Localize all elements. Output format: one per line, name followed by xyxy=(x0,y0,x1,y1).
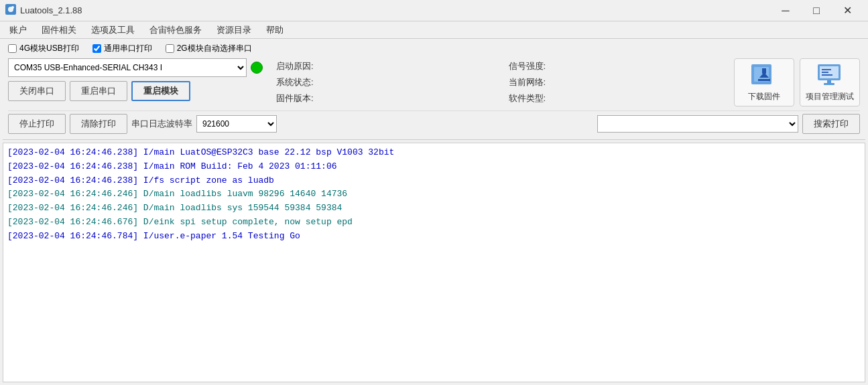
system-state-label: 系统状态: xyxy=(276,76,316,88)
signal-strength-row: 信号强度: xyxy=(509,60,715,72)
log-line: [2023-02-04 16:24:46.246] D/main loadlib… xyxy=(7,202,861,216)
clear-print-button[interactable]: 清除打印 xyxy=(70,114,127,134)
svg-rect-11 xyxy=(822,72,828,73)
log-line: [2023-02-04 16:24:46.238] I/main LuatOS@… xyxy=(7,146,861,160)
download-firmware-icon xyxy=(750,63,778,88)
project-manage-icon xyxy=(816,63,844,88)
restart-module-button[interactable]: 重启模块 xyxy=(131,81,190,101)
port-btn-row: 关闭串口 重启串口 重启模块 xyxy=(8,81,263,101)
usb4g-checkbox[interactable] xyxy=(8,44,17,53)
title-bar-left: Luatools_2.1.88 xyxy=(5,4,82,17)
project-manage-button[interactable]: 项目管理测试 xyxy=(800,58,860,106)
software-type-label: 软件类型: xyxy=(509,92,549,104)
checkbox-auto2g[interactable]: 2G模块自动选择串口 xyxy=(166,43,252,54)
action-panel: 下载固件 项目管理测试 xyxy=(727,58,860,106)
app-icon xyxy=(5,4,16,17)
log-line: [2023-02-04 16:24:46.246] D/main loadlib… xyxy=(7,187,861,202)
svg-rect-14 xyxy=(824,83,834,85)
system-state-row: 系统状态: xyxy=(276,76,482,88)
info-panel: 启动原因: 系统状态: 固件版本: xyxy=(263,58,495,106)
log-area[interactable]: [2023-02-04 16:24:46.238] I/main LuatOS@… xyxy=(3,143,865,382)
start-reason-label: 启动原因: xyxy=(276,60,316,72)
common-serial-checkbox[interactable] xyxy=(92,44,101,53)
connection-indicator xyxy=(251,62,263,74)
controls-area: 4G模块USB打印 通用串口打印 2G模块自动选择串口 COM35 USB-En… xyxy=(3,39,865,140)
menu-account[interactable]: 账户 xyxy=(3,23,34,37)
svg-rect-10 xyxy=(822,69,831,70)
menu-help[interactable]: 帮助 xyxy=(259,23,290,37)
log-line: [2023-02-04 16:24:46.784] I/user.e-paper… xyxy=(7,230,861,244)
minimize-button[interactable]: ─ xyxy=(770,0,801,21)
maximize-button[interactable]: □ xyxy=(801,0,832,21)
port-select[interactable]: COM35 USB-Enhanced-SERIAL CH343 I xyxy=(8,58,247,77)
close-port-button[interactable]: 关闭串口 xyxy=(8,81,66,101)
software-type-row: 软件类型: xyxy=(509,92,715,104)
menu-bar: 账户 固件相关 选项及工具 合宙特色服务 资源目录 帮助 xyxy=(0,21,868,39)
signal-strength-label: 信号强度: xyxy=(509,60,549,72)
stop-print-button[interactable]: 停止打印 xyxy=(8,114,66,134)
current-network-label: 当前网络: xyxy=(509,76,549,88)
svg-point-2 xyxy=(11,6,14,9)
log-line: [2023-02-04 16:24:46.238] I/main ROM Bui… xyxy=(7,160,861,174)
restart-port-button[interactable]: 重启串口 xyxy=(70,81,127,101)
svg-rect-7 xyxy=(758,79,770,81)
download-firmware-label: 下载固件 xyxy=(748,91,780,102)
svg-rect-13 xyxy=(827,80,831,83)
main-controls-row: COM35 USB-Enhanced-SERIAL CH343 I 关闭串口 重… xyxy=(8,58,860,106)
title-bar: Luatools_2.1.88 ─ □ ✕ xyxy=(0,0,868,21)
baud-label: 串口日志波特率 xyxy=(131,118,192,130)
close-button[interactable]: ✕ xyxy=(832,0,863,21)
search-print-button[interactable]: 搜索打印 xyxy=(802,114,860,134)
menu-resources[interactable]: 资源目录 xyxy=(210,23,258,37)
auto2g-checkbox[interactable] xyxy=(166,44,174,53)
port-row: COM35 USB-Enhanced-SERIAL CH343 I xyxy=(8,58,263,77)
left-panel: COM35 USB-Enhanced-SERIAL CH343 I 关闭串口 重… xyxy=(8,58,263,106)
menu-services[interactable]: 合宙特色服务 xyxy=(143,23,208,37)
menu-options[interactable]: 选项及工具 xyxy=(84,23,141,37)
checkbox-usb4g[interactable]: 4G模块USB打印 xyxy=(8,43,79,54)
baud-select[interactable]: 921600 115200 57600 38400 19200 9600 xyxy=(196,115,277,133)
checkbox-row: 4G模块USB打印 通用串口打印 2G模块自动选择串口 xyxy=(8,43,860,54)
search-select[interactable] xyxy=(597,115,798,133)
menu-firmware[interactable]: 固件相关 xyxy=(35,23,83,37)
main-content: 4G模块USB打印 通用串口打印 2G模块自动选择串口 COM35 USB-En… xyxy=(0,39,868,385)
current-network-row: 当前网络: xyxy=(509,76,715,88)
log-line: [2023-02-04 16:24:46.238] I/fs script zo… xyxy=(7,174,861,188)
firmware-version-label: 固件版本: xyxy=(276,92,316,104)
firmware-version-row: 固件版本: xyxy=(276,92,482,104)
window-controls[interactable]: ─ □ ✕ xyxy=(770,0,863,21)
right-info-panel: 信号强度: 当前网络: 软件类型: xyxy=(495,58,728,106)
project-manage-label: 项目管理测试 xyxy=(806,91,854,102)
download-firmware-button[interactable]: 下载固件 xyxy=(734,58,794,106)
second-controls-row: 停止打印 清除打印 串口日志波特率 921600 115200 57600 38… xyxy=(8,110,860,137)
svg-rect-6 xyxy=(762,68,766,74)
start-reason-row: 启动原因: xyxy=(276,60,482,72)
log-line: [2023-02-04 16:24:46.676] D/eink spi set… xyxy=(7,216,861,230)
checkbox-common-serial[interactable]: 通用串口打印 xyxy=(92,43,152,54)
app-title: Luatools_2.1.88 xyxy=(20,5,82,15)
svg-rect-12 xyxy=(822,74,832,76)
